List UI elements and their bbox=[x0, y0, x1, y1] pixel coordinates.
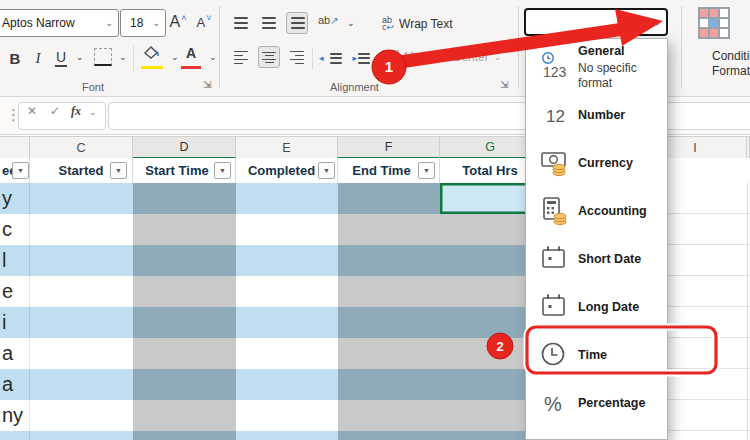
borders-dropdown[interactable]: ⌄ bbox=[114, 52, 132, 62]
borders-icon[interactable] bbox=[94, 48, 112, 66]
cell-selected[interactable] bbox=[338, 214, 440, 245]
cell-selected[interactable] bbox=[133, 276, 236, 307]
conditional-formatting-icon[interactable] bbox=[698, 7, 730, 39]
cell[interactable] bbox=[30, 307, 133, 338]
cell-employee[interactable]: e bbox=[0, 276, 30, 307]
increase-indent-button[interactable]: ▸ bbox=[347, 47, 371, 69]
cell[interactable] bbox=[236, 183, 338, 214]
cell-selected[interactable] bbox=[133, 307, 236, 338]
orientation-button[interactable]: ab↗ bbox=[318, 14, 339, 26]
decrease-indent-button[interactable]: ◂ bbox=[319, 47, 343, 69]
cell[interactable] bbox=[236, 400, 338, 431]
filter-button[interactable]: ▼ bbox=[110, 162, 127, 179]
font-size-combobox[interactable]: 18 ⌄ bbox=[120, 9, 166, 37]
filter-button[interactable]: ▼ bbox=[12, 162, 29, 179]
cancel-icon[interactable]: ✕ bbox=[27, 104, 37, 118]
align-right-button[interactable] bbox=[286, 46, 308, 68]
align-center-button[interactable] bbox=[258, 46, 280, 68]
align-middle-button[interactable] bbox=[258, 12, 280, 34]
header-end-time[interactable]: End Time ▼ bbox=[338, 158, 440, 183]
menu-item-accounting[interactable]: Accounting bbox=[526, 187, 667, 235]
header-completed[interactable]: Completed ▼ bbox=[236, 158, 338, 183]
cell-selected[interactable] bbox=[133, 245, 236, 276]
cell-selected[interactable] bbox=[133, 183, 236, 214]
chevron-down-icon[interactable]: ⌄ bbox=[89, 107, 97, 117]
menu-item-currency[interactable]: Currency bbox=[526, 139, 667, 187]
cell-selected[interactable] bbox=[338, 245, 440, 276]
column-header-e[interactable]: E bbox=[236, 137, 338, 159]
align-left-button[interactable] bbox=[230, 46, 252, 68]
menu-item-number[interactable]: 12 Number bbox=[526, 91, 667, 139]
font-name-combobox[interactable]: Aptos Narrow ⌄ bbox=[0, 9, 119, 37]
cell-selected[interactable] bbox=[133, 431, 236, 440]
cell-employee[interactable]: c bbox=[0, 214, 30, 245]
menu-item-fraction[interactable]: 1/ Fraction bbox=[526, 427, 667, 440]
menu-item-time[interactable]: Time bbox=[526, 331, 667, 379]
merge-center-button[interactable]: Merge & Center ⌄ bbox=[382, 50, 506, 64]
align-top-button[interactable] bbox=[230, 12, 252, 34]
alignment-dialog-launcher-icon[interactable]: ⇲ bbox=[500, 79, 508, 90]
italic-button[interactable]: I bbox=[29, 46, 47, 70]
cell-employee[interactable]: i bbox=[0, 307, 30, 338]
grow-font-button[interactable]: A˄ bbox=[166, 10, 190, 34]
column-header-c[interactable]: C bbox=[30, 137, 133, 159]
cell-selected[interactable] bbox=[338, 400, 440, 431]
cell-selected[interactable] bbox=[338, 369, 440, 400]
cell-employee[interactable] bbox=[0, 431, 30, 440]
bold-button[interactable]: B bbox=[5, 46, 25, 70]
filter-button[interactable]: ▼ bbox=[214, 162, 231, 179]
cell-employee[interactable]: a bbox=[0, 369, 30, 400]
cell-employee[interactable]: ny bbox=[0, 400, 30, 431]
column-header-d[interactable]: D bbox=[133, 137, 236, 159]
cell-employee[interactable]: y bbox=[0, 183, 30, 214]
wrap-text-button[interactable]: abc↩ Wrap Text bbox=[382, 17, 453, 31]
cell-employee[interactable]: l bbox=[0, 245, 30, 276]
insert-function-icon[interactable]: fx bbox=[71, 104, 81, 119]
header-started[interactable]: Started ▼ bbox=[30, 158, 133, 183]
cell-selected[interactable] bbox=[133, 400, 236, 431]
column-header-b-partial[interactable] bbox=[0, 137, 30, 159]
cell-selected[interactable] bbox=[338, 183, 440, 214]
cell-selected[interactable] bbox=[133, 369, 236, 400]
shrink-font-button[interactable]: A˅ bbox=[192, 10, 216, 34]
underline-dropdown[interactable]: ⌄ bbox=[71, 52, 89, 62]
cell[interactable] bbox=[236, 214, 338, 245]
number-format-combobox[interactable]: ⌄ bbox=[524, 8, 668, 36]
cell-selected[interactable] bbox=[338, 276, 440, 307]
filter-button[interactable]: ▼ bbox=[318, 162, 335, 179]
orientation-dropdown[interactable]: ⌄ bbox=[342, 18, 360, 28]
cell-selected[interactable] bbox=[338, 431, 440, 440]
cell-selected[interactable] bbox=[338, 338, 440, 369]
cell[interactable] bbox=[30, 276, 133, 307]
underline-button[interactable]: U bbox=[51, 46, 71, 70]
cell[interactable] bbox=[30, 431, 133, 440]
cell[interactable] bbox=[236, 245, 338, 276]
cell[interactable] bbox=[236, 307, 338, 338]
align-bottom-button[interactable] bbox=[286, 12, 308, 34]
cell[interactable] bbox=[236, 369, 338, 400]
cell[interactable] bbox=[236, 431, 338, 440]
column-header-f[interactable]: F bbox=[338, 137, 440, 159]
cell[interactable] bbox=[30, 338, 133, 369]
menu-item-percentage[interactable]: % Percentage bbox=[526, 379, 667, 427]
cell[interactable] bbox=[30, 369, 133, 400]
enter-icon[interactable]: ✓ bbox=[50, 104, 60, 118]
cell[interactable] bbox=[236, 338, 338, 369]
cell[interactable] bbox=[30, 245, 133, 276]
cell[interactable] bbox=[30, 214, 133, 245]
cell[interactable] bbox=[236, 276, 338, 307]
cell[interactable] bbox=[30, 400, 133, 431]
conditional-formatting-button[interactable]: Conditional Formatting bbox=[712, 49, 750, 79]
cell[interactable] bbox=[30, 183, 133, 214]
cell-selected[interactable] bbox=[133, 338, 236, 369]
cell-employee[interactable]: a bbox=[0, 338, 30, 369]
header-employee-partial[interactable]: ee ▼ bbox=[0, 158, 30, 183]
font-dialog-launcher-icon[interactable]: ⇲ bbox=[203, 79, 211, 90]
filter-button[interactable]: ▼ bbox=[418, 162, 435, 179]
header-start-time[interactable]: Start Time ▼ bbox=[133, 158, 236, 183]
menu-item-short-date[interactable]: Short Date bbox=[526, 235, 667, 283]
menu-item-long-date[interactable]: Long Date bbox=[526, 283, 667, 331]
cell-selected[interactable] bbox=[338, 307, 440, 338]
font-color-button[interactable]: A bbox=[181, 45, 201, 69]
fill-color-button[interactable] bbox=[141, 45, 163, 69]
